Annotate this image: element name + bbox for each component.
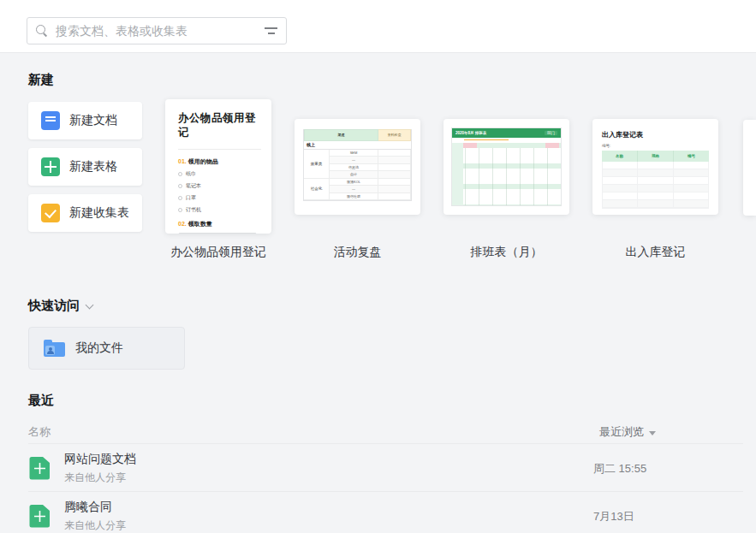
template-caption-schedule[interactable]: 排班表（月） (443, 245, 569, 260)
review-mini-table: 渠道 资料检查 线上 效果类 SEM — 信息流 合计 社会化 微博KOL — … (303, 129, 412, 202)
formdoc-title: 办公物品领用登记 (178, 111, 261, 140)
recent-file-subtitle: 来自他人分享 (64, 471, 126, 485)
sheet-file-icon (28, 504, 52, 528)
column-name: 名称 (28, 424, 51, 440)
section-title-new: 新建 (28, 72, 54, 88)
new-doc-label: 新建文档 (69, 113, 117, 128)
template-row: 办公物品领用登记 01.领用的物品 纸巾 笔记本 口罩 (165, 99, 718, 260)
recent-column-header: 名称 最近浏览 (28, 424, 743, 440)
template-caption-review[interactable]: 活动复盘 (295, 245, 420, 260)
formdoc-option: 口罩 (178, 194, 261, 202)
template-formdoc-card[interactable]: 办公物品领用登记 01.领用的物品 纸巾 笔记本 口罩 (165, 99, 271, 234)
formdoc-input: 点击填写 (178, 233, 257, 234)
new-doc-button[interactable]: 新建文档 (28, 102, 142, 139)
formdoc-question-1: 01.领用的物品 (178, 157, 261, 166)
schedule-grid (452, 143, 561, 205)
search-box[interactable] (27, 17, 287, 44)
formdoc-question-2: 02.领取数量 (178, 220, 261, 228)
recent-file-title: 网站问题文档 (64, 452, 136, 467)
search-icon (36, 25, 48, 37)
form-check-icon (41, 204, 60, 222)
template-card-partial[interactable] (743, 120, 756, 216)
quick-access-header[interactable]: 快速访问 (28, 298, 92, 314)
template-schedule-card[interactable]: 2020年8月 排班表 部门 (443, 119, 569, 215)
section-title-recent: 最近 (28, 393, 54, 409)
my-files-card[interactable]: 我的文件 (28, 327, 185, 370)
new-sheet-button[interactable]: 新建表格 (28, 148, 142, 186)
sort-control[interactable]: 最近浏览 (599, 424, 656, 440)
template-warehouse: 出入库登记表 编号: 名称 规格 编号 出入库登记 (592, 99, 718, 260)
sort-arrow-icon (649, 431, 656, 435)
search-input[interactable] (56, 24, 265, 38)
top-bar (0, 0, 756, 53)
schedule-mini-sheet: 2020年8月 排班表 部门 (451, 127, 562, 206)
my-files-label: 我的文件 (75, 341, 123, 356)
recent-row-2[interactable]: 腾曦合同 来自他人分享 7月13日 (28, 492, 743, 533)
filter-icon[interactable] (265, 27, 277, 35)
warehouse-table-header: 名称 规格 编号 (602, 151, 709, 162)
recent-file-subtitle: 来自他人分享 (64, 518, 126, 533)
template-warehouse-card[interactable]: 出入库登记表 编号: 名称 规格 编号 (592, 119, 718, 215)
template-schedule: 2020年8月 排班表 部门 排班表（月） (443, 99, 569, 260)
folder-icon (44, 340, 65, 357)
divider (178, 149, 261, 150)
radio-icon (178, 184, 182, 188)
recent-file-time: 7月13日 (593, 509, 634, 524)
template-caption-formdoc[interactable]: 办公物品领用登记 (165, 245, 271, 260)
formdoc-option: 笔记本 (178, 182, 261, 190)
sheet-plus-icon (41, 157, 60, 176)
radio-icon (178, 172, 182, 176)
doc-icon (41, 111, 60, 130)
sort-label: 最近浏览 (599, 424, 644, 440)
new-form-button[interactable]: 新建收集表 (28, 194, 142, 232)
new-sheet-label: 新建表格 (69, 159, 117, 175)
recent-file-title: 腾曦合同 (64, 500, 112, 515)
sheet-file-icon (28, 456, 52, 480)
radio-icon (178, 208, 182, 212)
chevron-down-icon (86, 300, 94, 309)
radio-icon (178, 196, 182, 200)
new-form-label: 新建收集表 (69, 205, 129, 221)
template-review-card[interactable]: 渠道 资料检查 线上 效果类 SEM — 信息流 合计 社会化 微博KOL — … (295, 119, 420, 215)
warehouse-table-rows (602, 162, 709, 209)
section-title-quick-access: 快速访问 (28, 298, 80, 314)
formdoc-option: 纸巾 (178, 170, 261, 178)
new-buttons-column: 新建文档 新建表格 新建收集表 (28, 102, 142, 232)
template-caption-warehouse[interactable]: 出入库登记 (592, 245, 718, 260)
template-formdoc: 办公物品领用登记 01.领用的物品 纸巾 笔记本 口罩 (165, 99, 271, 260)
formdoc-option: 订书机 (178, 206, 261, 214)
recent-row-1[interactable]: 网站问题文档 来自他人分享 周二 15:55 (28, 444, 743, 491)
recent-file-time: 周二 15:55 (593, 461, 646, 477)
template-review: 渠道 资料检查 线上 效果类 SEM — 信息流 合计 社会化 微博KOL — … (295, 99, 420, 260)
